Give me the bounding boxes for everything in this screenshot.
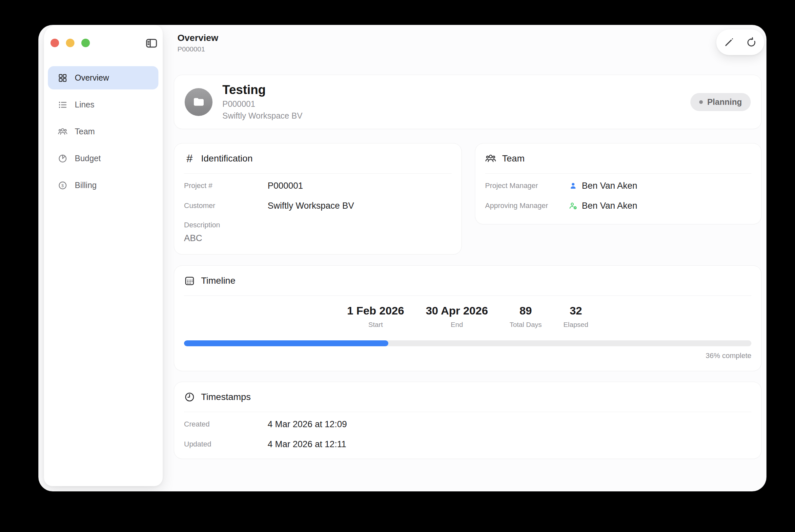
folder-icon xyxy=(192,95,205,109)
calendar-icon xyxy=(184,275,195,286)
sidebar-item-team[interactable]: Team xyxy=(48,120,158,143)
person-value: Ben Van Aken xyxy=(569,201,637,211)
page-title: Overview xyxy=(177,33,218,43)
grid-icon xyxy=(58,73,68,83)
team-card-header: Team xyxy=(485,144,752,174)
progress-fill xyxy=(184,340,388,346)
stat-start: 1 Feb 2026 Start xyxy=(347,304,404,328)
pie-chart-icon xyxy=(58,154,68,164)
person-value: Ben Van Aken xyxy=(569,181,637,191)
field-label: Updated xyxy=(184,440,268,449)
list-icon xyxy=(58,100,68,110)
sidebar-item-label: Billing xyxy=(75,180,97,190)
stat-label: Start xyxy=(347,321,404,328)
person-blue-icon xyxy=(569,182,578,190)
sidebar-item-label: Budget xyxy=(75,154,101,163)
status-badge: Planning xyxy=(690,93,751,111)
timestamps-card: Timestamps Created 4 Mar 2026 at 12:09 U… xyxy=(174,382,761,459)
field-row: Project # P000001 xyxy=(184,178,452,194)
project-name: Testing xyxy=(222,83,302,97)
card-title: Team xyxy=(502,153,524,164)
sidebar-item-billing[interactable]: $ Billing xyxy=(48,174,158,197)
svg-text:$: $ xyxy=(61,183,64,188)
field-value: 4 Mar 2026 at 12:11 xyxy=(268,439,346,450)
identification-card-header: # Identification xyxy=(184,144,452,174)
progress-percent-label: 36% complete xyxy=(184,352,752,360)
description-label: Description xyxy=(184,221,452,229)
timeline-card: Timeline 1 Feb 2026 Start 30 Apr 2026 En… xyxy=(174,265,761,371)
card-title: Identification xyxy=(201,153,253,164)
field-row: Created 4 Mar 2026 at 12:09 xyxy=(184,416,752,432)
sidebar-item-lines[interactable]: Lines xyxy=(48,93,158,116)
stat-elapsed: 32 Elapsed xyxy=(563,304,589,328)
field-label: Project Manager xyxy=(485,182,569,190)
minimize-window-button[interactable] xyxy=(66,39,74,47)
timeline-card-header: Timeline xyxy=(184,266,752,296)
sidebar: Overview Lines xyxy=(44,25,163,486)
card-title: Timestamps xyxy=(201,392,251,402)
progress-bar xyxy=(184,340,752,346)
card-title: Timeline xyxy=(201,276,235,286)
description-value: ABC xyxy=(184,233,452,243)
project-avatar xyxy=(185,88,213,116)
field-value: 4 Mar 2026 at 12:09 xyxy=(268,419,347,430)
status-label: Planning xyxy=(707,97,742,107)
sidebar-item-budget[interactable]: Budget xyxy=(48,147,158,170)
header-actions xyxy=(716,30,764,55)
field-row: Updated 4 Mar 2026 at 12:11 xyxy=(184,436,752,452)
field-value: Swiftly Workspace BV xyxy=(268,201,354,211)
team-card: Team Project Manager Ben Van Aken Approv… xyxy=(475,143,761,224)
stat-label: End xyxy=(426,321,488,328)
refresh-button[interactable] xyxy=(746,37,757,48)
sidebar-item-label: Team xyxy=(75,127,95,136)
project-number: P000001 xyxy=(222,99,302,109)
stat-value: 1 Feb 2026 xyxy=(347,304,404,317)
person-check-green-icon xyxy=(569,202,578,210)
stat-label: Total Days xyxy=(510,321,542,328)
stat-value: 32 xyxy=(563,304,589,317)
sidebar-item-overview[interactable]: Overview xyxy=(48,66,158,90)
field-row: Customer Swiftly Workspace BV xyxy=(184,198,452,214)
edit-button[interactable] xyxy=(723,37,735,48)
stat-label: Elapsed xyxy=(563,321,589,328)
zoom-window-button[interactable] xyxy=(82,39,90,47)
stat-total-days: 89 Total Days xyxy=(510,304,542,328)
field-row: Project Manager Ben Van Aken xyxy=(485,178,752,194)
sidebar-nav: Overview Lines xyxy=(48,66,158,201)
project-titles: Testing P000001 Swiftly Workspace BV xyxy=(222,83,302,120)
toggle-sidebar-icon[interactable] xyxy=(145,37,158,50)
page-subtitle: P000001 xyxy=(177,45,205,53)
field-value: P000001 xyxy=(268,181,303,191)
people-icon xyxy=(485,153,496,164)
stat-end: 30 Apr 2026 End xyxy=(426,304,488,328)
field-value: Ben Van Aken xyxy=(582,201,637,211)
field-label: Approving Manager xyxy=(485,202,569,210)
status-dot-icon xyxy=(699,100,703,104)
field-label: Project # xyxy=(184,182,268,190)
app-window: Overview Lines xyxy=(38,25,766,491)
project-summary-card: Testing P000001 Swiftly Workspace BV Pla… xyxy=(174,75,761,129)
project-customer: Swiftly Workspace BV xyxy=(222,111,302,120)
people-icon xyxy=(58,127,68,137)
sidebar-item-label: Overview xyxy=(75,73,109,82)
timestamps-card-header: Timestamps xyxy=(184,382,752,412)
stat-value: 89 xyxy=(510,304,542,317)
window-controls xyxy=(51,39,90,47)
field-row: Approving Manager Ben Van Aken xyxy=(485,198,752,214)
field-label: Customer xyxy=(184,202,268,210)
dollar-circle-icon: $ xyxy=(58,180,68,190)
stat-value: 30 Apr 2026 xyxy=(426,304,488,317)
hash-icon: # xyxy=(184,152,195,165)
timeline-stats: 1 Feb 2026 Start 30 Apr 2026 End 89 Tota… xyxy=(174,304,761,328)
identification-card: # Identification Project # P000001 Custo… xyxy=(174,143,462,254)
field-value: Ben Van Aken xyxy=(582,181,637,191)
close-window-button[interactable] xyxy=(51,39,59,47)
clock-icon xyxy=(184,392,195,403)
sidebar-item-label: Lines xyxy=(75,100,94,109)
field-label: Created xyxy=(184,420,268,429)
